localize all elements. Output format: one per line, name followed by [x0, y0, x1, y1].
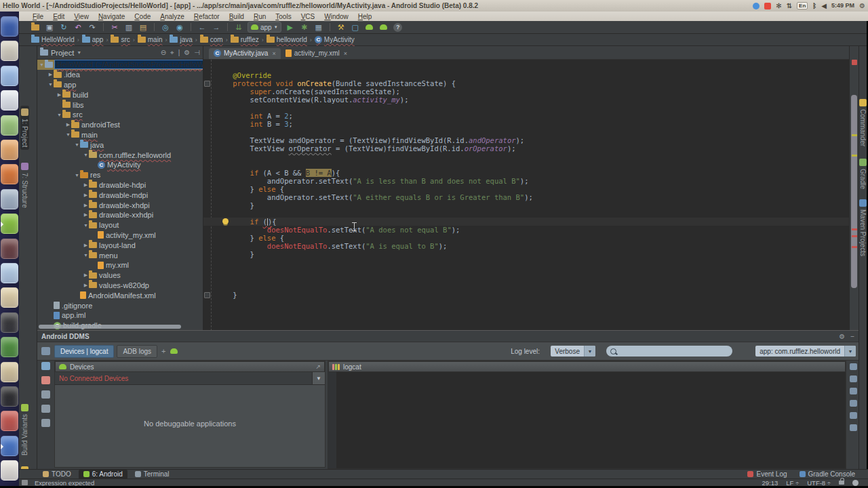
settings-icon[interactable]	[850, 363, 857, 370]
cut-icon[interactable]: ✂	[109, 22, 120, 33]
tool-tab-build-variants[interactable]: Build Variants	[20, 401, 29, 458]
project-header-icon[interactable]: ⌖	[170, 49, 174, 57]
caret-position[interactable]: 29:13	[762, 479, 778, 487]
tree-item-java[interactable]: ▼java	[37, 140, 203, 150]
tree-item-com-rufflez-helloworld[interactable]: ▼com.rufflez.helloworld	[37, 150, 203, 160]
editor-scrollbar[interactable]	[849, 46, 859, 330]
menu-build[interactable]: Build	[229, 12, 244, 21]
toolwindow-toggle-icon[interactable]	[22, 480, 28, 485]
project-header-icon[interactable]: ⊣	[194, 49, 200, 57]
menu-run[interactable]: Run	[254, 12, 266, 21]
breadcrumb-item-helloworld[interactable]: HelloWorld	[31, 36, 75, 43]
tree-expanded-arrow[interactable]: ▼	[47, 82, 54, 87]
project-header-icon[interactable]: ⊖	[161, 49, 166, 57]
bluetooth-icon[interactable]: ᛒ	[812, 3, 816, 9]
add-tab-button[interactable]: +	[161, 347, 165, 355]
encoding[interactable]: UTF-8 ÷	[807, 479, 831, 487]
menu-analyze[interactable]: Analyze	[160, 12, 184, 21]
keyboard-layout-badge[interactable]: En	[797, 2, 808, 9]
log-level-select[interactable]: Verbose ▼	[551, 346, 595, 357]
tree-collapsed-arrow[interactable]: ▶	[56, 92, 62, 98]
heap-dump-icon[interactable]	[41, 405, 50, 413]
tree-collapsed-arrow[interactable]: ▶	[83, 212, 89, 218]
chromium-icon[interactable]	[1, 66, 18, 86]
run-icon[interactable]: ▶	[285, 22, 296, 33]
tree-expanded-arrow[interactable]: ▼	[56, 113, 62, 117]
replace-icon[interactable]: ◉	[174, 22, 185, 33]
make-project-icon[interactable]: ⇊	[233, 22, 244, 33]
intention-bulb-icon[interactable]	[222, 218, 229, 224]
tool-tab-project[interactable]: 1: Project	[20, 106, 29, 150]
ubuntu-dash-icon[interactable]	[1, 16, 18, 37]
app-indicator-icon[interactable]	[753, 3, 760, 9]
tree-item-drawable-xhdpi[interactable]: ▶drawable-xhdpi	[37, 200, 203, 210]
tree-item-main[interactable]: ▼main	[37, 130, 203, 140]
record-indicator-icon[interactable]	[764, 3, 771, 9]
tree-item-src[interactable]: ▼src	[37, 110, 203, 120]
tree-collapsed-arrow[interactable]: ▶	[83, 272, 89, 278]
menu-vcs[interactable]: VCS	[301, 12, 315, 21]
tree-item-androidtest[interactable]: ▶androidTest	[37, 120, 203, 130]
breadcrumb-item-java[interactable]: java	[170, 36, 192, 43]
ddms-tab-adb-logs[interactable]: ADB logs	[117, 345, 157, 358]
tree-item-my-xml[interactable]: my.xml	[37, 260, 203, 270]
breadcrumb-item-rufflez[interactable]: rufflez	[231, 36, 259, 43]
weather-indicator-icon[interactable]: ✻	[776, 3, 781, 9]
mascot-app-icon[interactable]	[1, 362, 18, 382]
copy-icon[interactable]: ▥	[123, 22, 134, 33]
menu-navigate[interactable]: Navigate	[98, 12, 125, 21]
save-all-icon[interactable]: ▣	[44, 22, 55, 33]
tree-expanded-arrow[interactable]: ▼	[65, 132, 71, 137]
tree-expanded-arrow[interactable]: ▼	[74, 173, 80, 178]
scroll-down-icon[interactable]	[850, 412, 857, 419]
ddms-tab-devices-logcat[interactable]: Devices | logcat	[54, 345, 114, 358]
line-separator[interactable]: LF ÷	[786, 479, 799, 487]
forward-icon[interactable]: →	[211, 22, 222, 33]
session-gear-icon[interactable]: ⚙	[859, 3, 865, 9]
ddms-screen-icon[interactable]	[41, 347, 50, 355]
tree-collapsed-arrow[interactable]: ▶	[83, 243, 89, 248]
back-icon[interactable]: ←	[197, 22, 208, 33]
logcat-output[interactable]	[328, 372, 846, 468]
workspace-app-icon[interactable]	[1, 436, 18, 456]
project-horizontal-scrollbar[interactable]	[39, 325, 181, 329]
clock[interactable]: 5:49 PM	[831, 0, 854, 12]
aloe-plant-icon[interactable]	[1, 337, 18, 357]
chevron-down-icon[interactable]: ▼	[312, 372, 325, 384]
find-icon[interactable]: ◎	[160, 22, 171, 33]
lock-icon[interactable]	[839, 481, 844, 485]
papers-icon[interactable]	[1, 460, 18, 481]
scroll-up-icon[interactable]	[850, 400, 857, 407]
gimp-icon[interactable]	[1, 239, 18, 259]
app-filter-select[interactable]: app: com.rufflez.helloworld ▼	[755, 346, 856, 357]
tree-expanded-arrow[interactable]: ▼	[74, 142, 80, 147]
tree-item-drawable-xxhdpi[interactable]: ▶drawable-xxhdpi	[37, 210, 203, 220]
error-stripe-mark[interactable]	[852, 235, 857, 237]
libreoffice-impress-icon[interactable]	[1, 140, 18, 160]
tree-item-layout-land[interactable]: ▶layout-land	[37, 240, 203, 250]
tree-item-build[interactable]: ▶build	[37, 89, 203, 100]
breadcrumb-item-src[interactable]: src	[111, 36, 130, 43]
print-icon[interactable]	[850, 375, 857, 382]
tool-tab-maven-projects[interactable]: Maven Projects	[859, 197, 867, 259]
avd-wrench-icon[interactable]: ⚒	[336, 22, 347, 33]
tree-expanded-arrow[interactable]: ▼	[83, 223, 89, 228]
tool-tab-structure[interactable]: 7: Structure	[20, 160, 29, 211]
terminal-icon[interactable]	[1, 386, 18, 407]
media-player-icon[interactable]	[1, 312, 18, 333]
menu-edit[interactable]: Edit	[53, 12, 64, 21]
tool-button-android[interactable]: 6: Android	[79, 470, 127, 479]
breadcrumb-item-helloworld[interactable]: helloworld	[267, 36, 307, 43]
tree-item-layout[interactable]: ▼layout	[37, 220, 203, 230]
code-area[interactable]: @Override protected void onCreate(Bundle…	[203, 60, 849, 331]
tree-item-libs[interactable]: libs	[37, 100, 203, 110]
redo-icon[interactable]: ↷	[87, 22, 98, 33]
screenshot-camera-icon[interactable]	[41, 362, 50, 370]
tree-item-androidmanifest-xml[interactable]: AndroidManifest.xml	[37, 290, 203, 300]
menu-window[interactable]: Window	[324, 12, 349, 21]
libreoffice-calc-icon[interactable]	[1, 115, 18, 136]
tree-collapsed-arrow[interactable]: ▶	[83, 182, 89, 188]
error-stripe-mark[interactable]	[852, 134, 857, 136]
software-center-icon[interactable]	[1, 164, 18, 184]
debug-icon[interactable]: ✱	[299, 22, 310, 33]
